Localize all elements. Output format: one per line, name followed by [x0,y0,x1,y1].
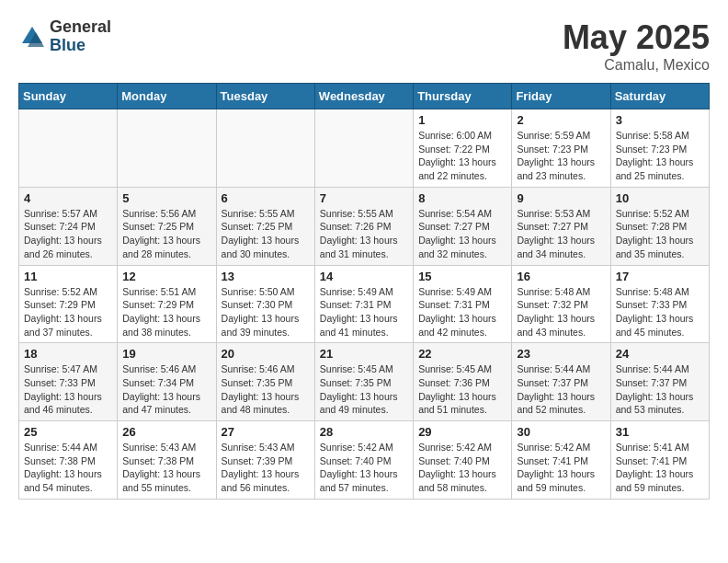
day-number: 10 [616,191,704,205]
calendar-cell: 19Sunrise: 5:46 AMSunset: 7:34 PMDayligh… [118,343,216,421]
weekday-header-friday: Friday [512,84,610,109]
day-info: Sunrise: 5:44 AMSunset: 7:37 PMDaylight:… [517,362,605,417]
day-info: Sunrise: 5:45 AMSunset: 7:35 PMDaylight:… [320,362,408,417]
day-info: Sunrise: 5:48 AMSunset: 7:32 PMDaylight:… [517,285,605,339]
day-info: Sunrise: 5:46 AMSunset: 7:35 PMDaylight:… [222,362,310,417]
location-subtitle: Camalu, Mexico [563,57,710,74]
day-number: 13 [222,270,310,283]
weekday-header-monday: Monday [118,84,216,109]
day-info: Sunrise: 5:50 AMSunset: 7:30 PMDaylight:… [222,285,310,339]
day-info: Sunrise: 5:42 AMSunset: 7:41 PMDaylight:… [517,441,605,495]
day-info: Sunrise: 5:55 AMSunset: 7:26 PMDaylight:… [320,207,408,261]
day-number: 22 [418,347,506,361]
day-info: Sunrise: 5:56 AMSunset: 7:25 PMDaylight:… [122,207,210,261]
day-number: 14 [320,270,408,283]
title-block: May 2025 Camalu, Mexico [563,18,710,74]
day-info: Sunrise: 5:44 AMSunset: 7:38 PMDaylight:… [24,441,112,495]
day-number: 29 [418,425,506,439]
weekday-header-row: SundayMondayTuesdayWednesdayThursdayFrid… [19,84,710,109]
calendar-cell: 17Sunrise: 5:48 AMSunset: 7:33 PMDayligh… [610,265,709,343]
weekday-header-sunday: Sunday [19,84,118,109]
day-info: Sunrise: 5:52 AMSunset: 7:29 PMDaylight:… [24,285,112,339]
day-number: 31 [616,425,704,439]
day-info: Sunrise: 5:55 AMSunset: 7:25 PMDaylight:… [222,207,310,261]
day-number: 3 [616,113,704,127]
day-info: Sunrise: 5:44 AMSunset: 7:37 PMDaylight:… [616,362,704,417]
calendar-cell: 21Sunrise: 5:45 AMSunset: 7:35 PMDayligh… [314,343,413,421]
calendar-cell: 26Sunrise: 5:43 AMSunset: 7:38 PMDayligh… [118,421,216,500]
day-info: Sunrise: 5:52 AMSunset: 7:28 PMDaylight:… [616,207,704,261]
day-number: 1 [418,113,506,127]
calendar-cell: 5Sunrise: 5:56 AMSunset: 7:25 PMDaylight… [118,187,216,265]
day-info: Sunrise: 5:53 AMSunset: 7:27 PMDaylight:… [517,207,605,261]
day-info: Sunrise: 5:54 AMSunset: 7:27 PMDaylight:… [418,207,506,261]
calendar-week-4: 18Sunrise: 5:47 AMSunset: 7:33 PMDayligh… [19,343,710,421]
day-number: 27 [222,425,310,439]
day-info: Sunrise: 5:41 AMSunset: 7:41 PMDaylight:… [616,441,704,495]
calendar-cell: 10Sunrise: 5:52 AMSunset: 7:28 PMDayligh… [610,187,709,265]
day-info: Sunrise: 5:46 AMSunset: 7:34 PMDaylight:… [122,362,210,417]
day-info: Sunrise: 5:49 AMSunset: 7:31 PMDaylight:… [320,285,408,339]
calendar-cell [19,109,118,188]
day-number: 19 [122,347,210,361]
calendar-week-3: 11Sunrise: 5:52 AMSunset: 7:29 PMDayligh… [19,265,710,343]
day-number: 6 [222,191,310,205]
day-info: Sunrise: 5:47 AMSunset: 7:33 PMDaylight:… [24,362,112,417]
day-number: 23 [517,347,605,361]
day-info: Sunrise: 5:42 AMSunset: 7:40 PMDaylight:… [320,441,408,495]
day-number: 30 [517,425,605,439]
calendar-cell: 24Sunrise: 5:44 AMSunset: 7:37 PMDayligh… [610,343,709,421]
calendar-cell: 1Sunrise: 6:00 AMSunset: 7:22 PMDaylight… [414,109,512,188]
calendar-cell: 13Sunrise: 5:50 AMSunset: 7:30 PMDayligh… [216,265,314,343]
day-number: 18 [24,347,112,361]
calendar-cell: 11Sunrise: 5:52 AMSunset: 7:29 PMDayligh… [19,265,118,343]
calendar-cell: 12Sunrise: 5:51 AMSunset: 7:29 PMDayligh… [118,265,216,343]
day-number: 16 [517,270,605,283]
day-number: 25 [24,425,112,439]
day-info: Sunrise: 5:43 AMSunset: 7:39 PMDaylight:… [222,441,310,495]
calendar-cell: 20Sunrise: 5:46 AMSunset: 7:35 PMDayligh… [216,343,314,421]
day-info: Sunrise: 5:49 AMSunset: 7:31 PMDaylight:… [418,285,506,339]
calendar-cell: 28Sunrise: 5:42 AMSunset: 7:40 PMDayligh… [314,421,413,500]
day-info: Sunrise: 5:48 AMSunset: 7:33 PMDaylight:… [616,285,704,339]
day-info: Sunrise: 5:42 AMSunset: 7:40 PMDaylight:… [418,441,506,495]
calendar-cell: 3Sunrise: 5:58 AMSunset: 7:23 PMDaylight… [610,109,709,188]
day-number: 8 [418,191,506,205]
calendar-cell: 15Sunrise: 5:49 AMSunset: 7:31 PMDayligh… [414,265,512,343]
calendar-table: SundayMondayTuesdayWednesdayThursdayFrid… [18,83,710,500]
calendar-cell: 6Sunrise: 5:55 AMSunset: 7:25 PMDaylight… [216,187,314,265]
calendar-cell: 7Sunrise: 5:55 AMSunset: 7:26 PMDaylight… [314,187,413,265]
calendar-cell [314,109,413,188]
calendar-cell: 16Sunrise: 5:48 AMSunset: 7:32 PMDayligh… [512,265,610,343]
page-header: General Blue May 2025 Camalu, Mexico [18,18,710,74]
day-number: 5 [122,191,210,205]
month-year-title: May 2025 [563,18,710,57]
calendar-cell: 4Sunrise: 5:57 AMSunset: 7:24 PMDaylight… [19,187,118,265]
calendar-cell [118,109,216,188]
logo-blue-text: Blue [50,37,111,55]
weekday-header-thursday: Thursday [414,84,512,109]
logo: General Blue [18,18,111,55]
day-info: Sunrise: 5:59 AMSunset: 7:23 PMDaylight:… [517,129,605,183]
logo-icon [18,23,46,51]
day-number: 26 [122,425,210,439]
day-number: 11 [24,270,112,283]
calendar-cell: 27Sunrise: 5:43 AMSunset: 7:39 PMDayligh… [216,421,314,500]
weekday-header-wednesday: Wednesday [314,84,413,109]
day-number: 17 [616,270,704,283]
day-number: 21 [320,347,408,361]
calendar-week-1: 1Sunrise: 6:00 AMSunset: 7:22 PMDaylight… [19,109,710,188]
day-number: 4 [24,191,112,205]
day-info: Sunrise: 6:00 AMSunset: 7:22 PMDaylight:… [418,129,506,183]
day-number: 12 [122,270,210,283]
calendar-cell: 14Sunrise: 5:49 AMSunset: 7:31 PMDayligh… [314,265,413,343]
day-info: Sunrise: 5:58 AMSunset: 7:23 PMDaylight:… [616,129,704,183]
calendar-cell: 30Sunrise: 5:42 AMSunset: 7:41 PMDayligh… [512,421,610,500]
day-number: 28 [320,425,408,439]
day-number: 7 [320,191,408,205]
day-number: 24 [616,347,704,361]
calendar-cell: 23Sunrise: 5:44 AMSunset: 7:37 PMDayligh… [512,343,610,421]
day-number: 2 [517,113,605,127]
day-info: Sunrise: 5:57 AMSunset: 7:24 PMDaylight:… [24,207,112,261]
calendar-week-2: 4Sunrise: 5:57 AMSunset: 7:24 PMDaylight… [19,187,710,265]
